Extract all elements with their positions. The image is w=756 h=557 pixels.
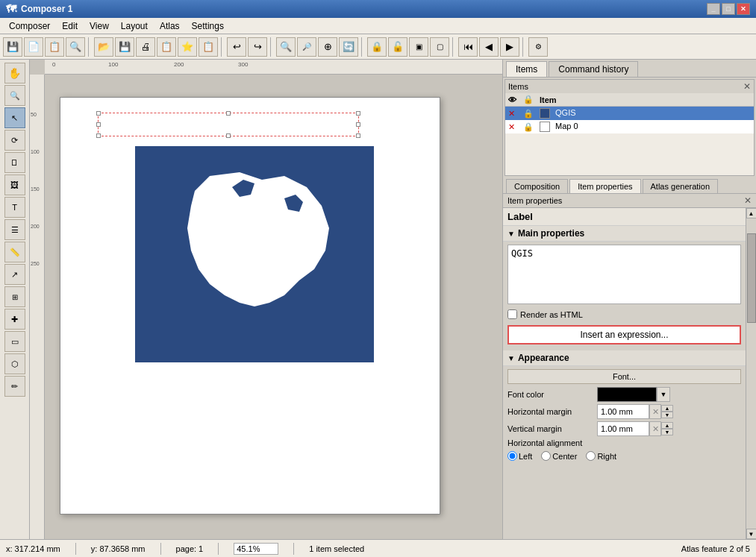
tab-command-history[interactable]: Command history <box>549 61 638 77</box>
maximize-button[interactable]: □ <box>722 3 735 15</box>
tool-add-table[interactable]: ⊞ <box>4 286 25 307</box>
tb-zoom-in[interactable]: 🔍 <box>276 37 296 57</box>
status-x-coord: x: 317.214 mm <box>6 544 60 553</box>
menu-edit[interactable]: Edit <box>56 19 84 33</box>
menu-view[interactable]: View <box>84 19 115 33</box>
tb-next[interactable]: ▶ <box>500 37 519 57</box>
tb-open[interactable]: 📂 <box>94 37 113 57</box>
handle-br[interactable] <box>356 133 360 138</box>
tb-export2[interactable]: ⭐ <box>178 37 197 57</box>
items-close-button[interactable]: ✕ <box>743 81 751 92</box>
tool-add-scalebar[interactable]: 📏 <box>4 242 25 262</box>
tool-edit[interactable]: ✏ <box>4 376 25 397</box>
appearance-header[interactable]: ▼ Appearance <box>503 350 746 366</box>
prop-tabs: Composition Item properties Atlas genera… <box>503 177 756 194</box>
handle-mr[interactable] <box>356 122 360 127</box>
v-margin-clear[interactable]: ✕ <box>649 421 661 436</box>
tb-ungroup[interactable]: ▢ <box>430 37 449 57</box>
tab-composition[interactable]: Composition <box>506 179 568 193</box>
label-element[interactable] <box>98 113 359 136</box>
tb-zoom-out[interactable]: 🔎 <box>297 37 316 57</box>
tb-print[interactable]: 🖨 <box>136 37 155 57</box>
render-html-checkbox[interactable] <box>507 309 517 319</box>
tool-add-image[interactable]: 🖼 <box>4 174 25 195</box>
scrollbar-track[interactable] <box>746 218 757 529</box>
align-center-label[interactable]: Center <box>541 451 577 461</box>
v-margin-down[interactable]: ▼ <box>661 429 673 435</box>
tb-search[interactable]: 🔍 <box>66 37 85 57</box>
menu-composer[interactable]: Composer <box>3 19 56 33</box>
h-margin-input[interactable] <box>597 404 649 419</box>
tb-lock[interactable]: 🔒 <box>367 37 387 57</box>
zoom-input[interactable] <box>234 543 278 555</box>
tb-prev[interactable]: ◀ <box>479 37 499 57</box>
tb-new[interactable]: 📄 <box>24 37 43 57</box>
handle-ml[interactable] <box>96 122 101 127</box>
tb-refresh[interactable]: 🔄 <box>339 37 358 57</box>
scrollbar-down-button[interactable]: ▼ <box>746 529 757 539</box>
close-button[interactable]: ✕ <box>737 3 750 15</box>
tool-select[interactable]: ↖ <box>4 107 25 128</box>
main-properties-header[interactable]: ▼ Main properties <box>503 226 746 242</box>
font-color-picker[interactable] <box>597 387 657 402</box>
handle-tl[interactable] <box>96 111 101 116</box>
handle-tr[interactable] <box>356 111 360 116</box>
tool-add-shape2[interactable]: ▭ <box>4 331 25 352</box>
tool-add-map[interactable]: 🗌 <box>4 152 25 173</box>
align-left-label[interactable]: Left <box>507 451 532 461</box>
canvas-area[interactable]: 0 100 200 300 50 100 150 200 250 <box>30 60 502 539</box>
tool-add-label[interactable]: T <box>4 197 25 218</box>
label-text-input[interactable]: QGIS <box>507 245 741 304</box>
tool-rotate[interactable]: ⟳ <box>4 130 25 151</box>
handle-bl[interactable] <box>96 133 101 138</box>
handle-bc[interactable] <box>226 133 231 138</box>
tab-atlas-generation[interactable]: Atlas generation <box>643 179 719 193</box>
handle-tc[interactable] <box>226 111 231 116</box>
props-close-button[interactable]: ✕ <box>744 195 752 206</box>
h-margin-clear[interactable]: ✕ <box>649 404 661 419</box>
tb-undo[interactable]: ↩ <box>227 37 246 57</box>
menu-settings[interactable]: Settings <box>186 19 230 33</box>
font-color-dropdown[interactable]: ▼ <box>657 387 670 402</box>
tb-export3[interactable]: 📋 <box>199 37 218 57</box>
tb-unlock[interactable]: 🔓 <box>388 37 407 57</box>
row-item-2: Map 0 <box>537 120 754 133</box>
menu-atlas[interactable]: Atlas <box>154 19 186 33</box>
tool-add-shape1[interactable]: ✚ <box>4 309 25 330</box>
scrollbar-up-button[interactable]: ▲ <box>746 208 757 218</box>
h-margin-down[interactable]: ▼ <box>661 412 673 418</box>
tb-save2[interactable]: 💾 <box>115 37 134 57</box>
tb-redo[interactable]: ↪ <box>248 37 267 57</box>
tb-first[interactable]: ⏮ <box>458 37 478 57</box>
tb-zoom-full[interactable]: ⊕ <box>318 37 337 57</box>
align-right-label[interactable]: Right <box>586 451 616 461</box>
tool-nodes[interactable]: ⬡ <box>4 353 25 374</box>
tool-add-legend[interactable]: ☰ <box>4 219 25 240</box>
font-button[interactable]: Font... <box>507 369 741 384</box>
tb-export[interactable]: 📋 <box>157 37 176 57</box>
h-margin-value: ✕ ▲ ▼ <box>597 404 741 419</box>
minimize-button[interactable]: _ <box>707 3 720 15</box>
tab-items[interactable]: Items <box>506 61 547 77</box>
v-margin-input[interactable] <box>597 421 649 436</box>
align-center-radio[interactable] <box>541 451 551 461</box>
tool-zoom[interactable]: 🔍 <box>4 85 25 106</box>
align-right-radio[interactable] <box>586 451 596 461</box>
table-row[interactable]: ✕ 🔒 QGIS <box>505 107 754 121</box>
tb-copy[interactable]: 📋 <box>45 37 64 57</box>
tb-group[interactable]: ▣ <box>409 37 428 57</box>
h-margin-up[interactable]: ▲ <box>661 405 673 412</box>
insert-expression-button[interactable]: Insert an expression... <box>507 325 741 344</box>
right-panel: Items Command history Items ✕ 👁 🔒 Item <box>502 60 756 539</box>
align-left-radio[interactable] <box>507 451 517 461</box>
tab-item-properties[interactable]: Item properties <box>569 179 640 193</box>
v-margin-up[interactable]: ▲ <box>661 422 673 429</box>
table-row[interactable]: ✕ 🔒 Map 0 <box>505 120 754 133</box>
scrollbar-thumb[interactable] <box>747 233 756 323</box>
menu-layout[interactable]: Layout <box>115 19 154 33</box>
tb-atlas-settings[interactable]: ⚙ <box>528 37 548 57</box>
tool-pan[interactable]: ✋ <box>4 63 25 84</box>
tool-add-arrow[interactable]: ↗ <box>4 264 25 285</box>
ruler-vtick-100: 100 <box>31 149 40 154</box>
tb-save[interactable]: 💾 <box>3 37 22 57</box>
